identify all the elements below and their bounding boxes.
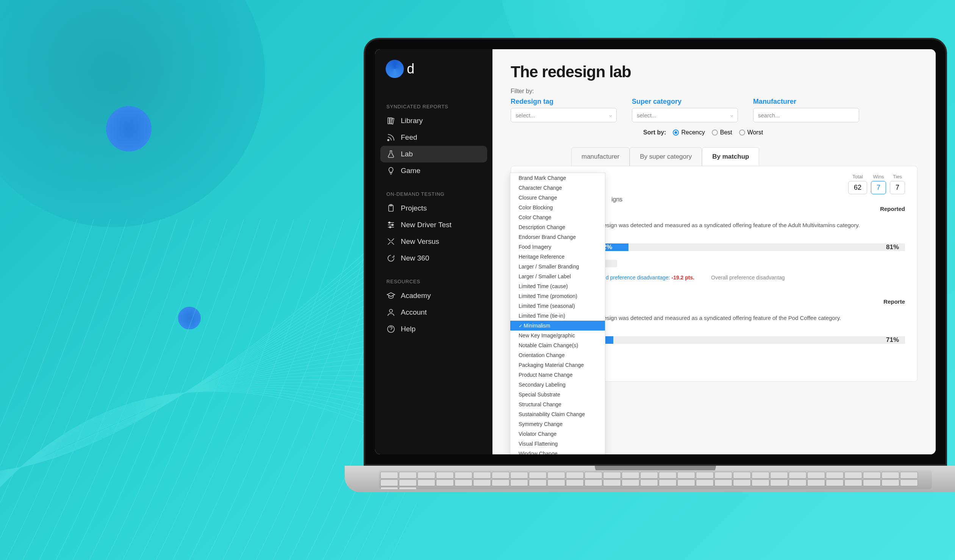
dropdown-option[interactable]: Brand Mark Change [510,173,605,183]
tab-manufacturer[interactable]: manufacturer [571,147,629,166]
sidebar-item-projects[interactable]: Projects [380,200,487,217]
dropdown-option[interactable]: Limited Time (cause) [510,281,605,291]
dropdown-option[interactable]: Endorser Brand Change [510,232,605,242]
lightbulb-icon [387,166,396,175]
filter-label-1: Super category [632,98,738,106]
main-content: The redesign lab Filter by: Redesign tag… [492,49,936,454]
nav-label: Projects [401,204,427,213]
filter-input-0[interactable]: select... ⌵ [510,108,617,122]
dropdown-option[interactable]: Structural Change [510,399,605,409]
wireframe-decoration [0,219,417,560]
stat-ties: Ties 7 [890,174,905,194]
preference-bar: 15% 71% [583,333,905,347]
preference-bar-2: 19% [583,258,905,269]
dropdown-option[interactable]: New Key Image/graphic [510,330,605,340]
dropdown-option[interactable]: Minimalism [510,321,605,330]
laptop-base [345,466,955,492]
dropdown-option[interactable]: Color Blocking [510,203,605,213]
filter-input-2[interactable]: search... [753,108,859,122]
tab-By-matchup[interactable]: By matchup [702,147,759,166]
nav-label: New Driver Test [401,221,452,229]
dropdown-option[interactable]: Product Name Change [510,370,605,380]
redesign-tag-dropdown[interactable]: Brand Mark ChangeCharacter ChangeClosure… [510,173,605,454]
sidebar-item-new-versus[interactable]: New Versus [380,233,487,250]
user-icon [387,308,396,317]
nav-label: New Versus [401,238,439,246]
grad-cap-icon [387,291,396,300]
sidebar-item-account[interactable]: Account [380,304,487,321]
sort-worst[interactable]: Worst [739,129,763,136]
sidebar-item-new-driver-test[interactable]: New Driver Test [380,217,487,233]
dropdown-option[interactable]: Violator Change [510,429,605,439]
radio-icon [739,130,745,136]
filter-input-1[interactable]: select... ⌵ [632,108,738,122]
logo-text: d [407,61,415,77]
dropdown-option[interactable]: Color Change [510,213,605,222]
svg-point-6 [390,309,393,312]
dropdown-option[interactable]: Closure Change [510,193,605,203]
flask-icon [387,150,396,159]
clipboard-icon [387,204,396,213]
nav-label: Library [401,117,423,125]
nav-label: Game [401,167,421,175]
sort-label: Sort by: [643,129,666,136]
dropdown-option[interactable]: Character Change [510,183,605,193]
partial-text: igns [611,196,622,203]
dropdown-option[interactable]: Window Change [510,449,605,454]
page-title: The redesign lab [510,63,917,81]
nav-label: Account [401,308,427,316]
sample-size: n=167 [583,323,905,329]
view-tabs: manufacturerBy super categoryBy matchup [571,147,917,166]
chevron-down-icon: ⌵ [609,113,612,118]
sort-recency[interactable]: Recency [673,129,705,136]
dropdown-option[interactable]: Limited Time (seasonal) [510,301,605,311]
result-description: This redesign was detected and measured … [583,221,905,229]
sidebar-item-feed[interactable]: Feed [380,129,487,146]
filter-label-0: Redesign tag [510,98,617,106]
dropdown-option[interactable]: Secondary Labeling [510,380,605,389]
dropdown-option[interactable]: Visual Flattening [510,439,605,449]
logo: d [380,60,487,92]
preference-summary: Committed preference disadvantage: -19.2… [583,275,905,280]
nav-section-header: RESOURCES [380,276,487,287]
books-icon [387,116,396,125]
radio-icon [712,130,718,136]
dropdown-option[interactable]: Symmetry Change [510,419,605,429]
dropdown-option[interactable]: Packaging Material Change [510,360,605,370]
svg-point-3 [389,222,390,224]
sidebar-item-new-360[interactable]: New 360 [380,250,487,267]
nav-label: Feed [401,133,417,142]
sort-row: Sort by: Recency Best Worst [643,129,917,136]
dropdown-option[interactable]: Limited Time (tie-in) [510,311,605,321]
sidebar-item-help[interactable]: Help [380,321,487,337]
dropdown-option[interactable]: Larger / Smaller Label [510,272,605,281]
filter-row: Redesign tag select... ⌵ Super category … [510,98,917,122]
sidebar-item-lab[interactable]: Lab [380,146,487,163]
sidebar-item-academy[interactable]: Academy [380,287,487,304]
nav-label: Help [401,325,416,333]
nav-section-header: SYNDICATED REPORTS [380,101,487,113]
question-icon [387,324,396,333]
swords-icon [387,237,396,246]
dropdown-option[interactable]: Limited Time (promotion) [510,291,605,301]
logo-icon [386,60,404,78]
sidebar: d SYNDICATED REPORTS Library Feed Lab Ga… [375,49,492,454]
laptop-frame: d SYNDICATED REPORTS Library Feed Lab Ga… [364,38,955,530]
sort-best[interactable]: Best [712,129,732,136]
sidebar-item-game[interactable]: Game [380,163,487,179]
dropdown-option[interactable]: Special Substrate [510,389,605,399]
dropdown-option[interactable]: Orientation Change [510,350,605,360]
filter-by-label: Filter by: [510,88,917,95]
stat-total: Total 62 [848,174,867,194]
dropdown-option[interactable]: Food Imagery [510,242,605,252]
dropdown-option[interactable]: Larger / Smaller Branding [510,262,605,272]
dropdown-option[interactable]: Sustainability Claim Change [510,409,605,419]
svg-point-4 [392,224,393,226]
dropdown-option[interactable]: Heritage Reference [510,252,605,262]
nav-section-header: ON-DEMAND TESTING [380,188,487,200]
dropdown-option[interactable]: Notable Claim Change(s) [510,340,605,350]
dropdown-option[interactable]: Description Change [510,222,605,232]
sidebar-item-library[interactable]: Library [380,113,487,129]
result-description: This redesign was detected and measured … [583,314,905,322]
tab-By-super-category[interactable]: By super category [629,147,702,166]
